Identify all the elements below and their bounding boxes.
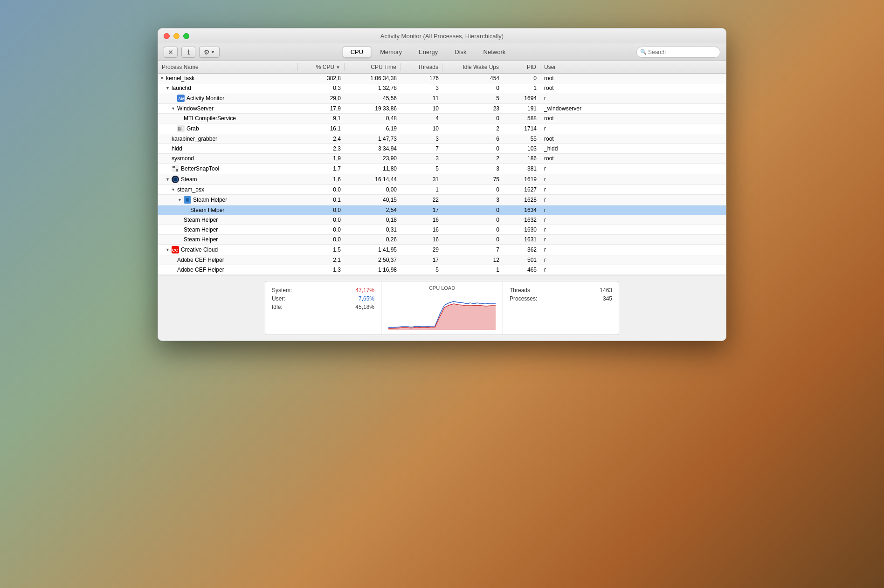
cpu-cell: 0,0 [298, 215, 345, 225]
process-name-cell: ▼Steam [158, 174, 298, 185]
cpu-cell: 0,0 [298, 185, 345, 194]
table-row[interactable]: ▼Steam Helper0,140,152231628r [158, 195, 726, 205]
cpu-cell: 0,0 [298, 205, 345, 215]
col-pid[interactable]: PID [503, 63, 540, 71]
close-button[interactable] [164, 33, 170, 39]
cpu-cell: 29,0 [298, 93, 345, 103]
table-row[interactable]: Adobe CEF Helper1,31:16,9851465r [158, 265, 726, 275]
pid-cell: 1619 [503, 174, 540, 185]
user-cell: _hidd [540, 144, 726, 153]
threads-cell: 17 [401, 255, 442, 265]
process-name-text: Adobe CEF Helper [177, 267, 224, 273]
expand-icon[interactable]: ▼ [166, 247, 170, 252]
tab-bar: CPU Memory Energy Disk Network [223, 46, 633, 58]
svg-text:AM: AM [178, 96, 185, 101]
idlewakeups-cell: 0 [442, 83, 503, 93]
main-content: Process Name % CPU ▼ CPU Time Threads Id… [158, 61, 726, 275]
settings-button[interactable]: ⚙ ▼ [199, 47, 220, 58]
table-row[interactable]: Adobe CEF Helper2,12:50,371712501r [158, 255, 726, 265]
svg-text:🖼: 🖼 [178, 127, 181, 131]
activity-monitor-window: Activity Monitor (All Processes, Hierarc… [158, 28, 726, 341]
chevron-down-icon: ▼ [211, 50, 215, 55]
table-row[interactable]: ▼WindowServer17,919:33,861023191_windows… [158, 104, 726, 114]
pid-cell: 0 [503, 74, 540, 83]
sort-arrow: ▼ [336, 65, 340, 70]
idlewakeups-cell: 454 [442, 74, 503, 83]
user-cell: r [540, 255, 726, 265]
process-name-text: MTLCompilerService [184, 115, 236, 122]
table-row[interactable]: karabiner_grabber2,41:47,733655root [158, 134, 726, 144]
process-name-text: Activity Monitor [186, 95, 224, 102]
idlewakeups-cell: 75 [442, 174, 503, 185]
table-row[interactable]: ▼steam_osx0,00,00101627r [158, 185, 726, 195]
col-process-name[interactable]: Process Name [158, 63, 298, 71]
inspect-button[interactable]: ℹ [181, 47, 195, 58]
table-row[interactable]: Steam Helper0,00,261601631r [158, 235, 726, 245]
tab-energy[interactable]: Energy [411, 46, 446, 58]
tab-disk[interactable]: Disk [447, 46, 474, 58]
pid-cell: 1628 [503, 195, 540, 205]
table-row[interactable]: sysmond1,923,9032186root [158, 154, 726, 164]
process-name-cell: hidd [158, 144, 298, 153]
expand-icon[interactable]: ▼ [171, 106, 175, 111]
cputime-cell: 1:06:34,38 [345, 74, 401, 83]
table-row[interactable]: AMActivity Monitor29,045,561151694r [158, 93, 726, 104]
threads-cell: 1 [401, 185, 442, 194]
expand-icon[interactable]: ▼ [178, 198, 182, 202]
process-name-text: Steam Helper [184, 236, 218, 243]
table-row[interactable]: Steam Helper0,00,311601630r [158, 225, 726, 235]
threads-cell: 4 [401, 114, 442, 123]
process-name-cell: Steam Helper [158, 235, 298, 244]
user-label: User: [272, 295, 285, 302]
system-label: System: [272, 287, 292, 294]
col-cpu-percent[interactable]: % CPU ▼ [298, 63, 345, 71]
steam-icon [172, 176, 179, 183]
cpu-cell: 2,1 [298, 255, 345, 265]
expand-icon[interactable]: ▼ [160, 76, 164, 81]
expand-icon[interactable]: ▼ [166, 86, 170, 90]
expand-icon[interactable]: ▼ [171, 187, 175, 192]
expand-icon[interactable]: ▼ [166, 177, 170, 182]
cputime-cell: 2,54 [345, 205, 401, 215]
table-row[interactable]: ▼Steam1,616:14,4431751619r [158, 174, 726, 185]
table-row[interactable]: Steam Helper0,02,541701634r [158, 205, 726, 215]
search-input[interactable] [636, 47, 720, 58]
pid-cell: 1627 [503, 185, 540, 194]
process-name-cell: ▼kernel_task [158, 74, 298, 83]
pid-cell: 1634 [503, 205, 540, 215]
col-idle-wake-ups[interactable]: Idle Wake Ups [442, 63, 503, 71]
svg-rect-5 [173, 166, 175, 168]
table-row[interactable]: MTLCompilerService9,10,4840588root [158, 114, 726, 123]
col-user[interactable]: User [540, 63, 726, 71]
process-name-text: Adobe CEF Helper [177, 257, 224, 263]
table-row[interactable]: 🖼Grab16,16,191021714r [158, 123, 726, 134]
svg-point-8 [173, 177, 178, 182]
table-row[interactable]: BetterSnapTool1,711,8053381r [158, 164, 726, 174]
pid-cell: 1630 [503, 225, 540, 234]
threads-cell: 5 [401, 265, 442, 274]
close-process-button[interactable]: ✕ [164, 47, 178, 58]
col-cpu-time[interactable]: CPU Time [345, 63, 401, 71]
creative-cloud-icon: CC [172, 246, 179, 253]
user-stat-row: User: 7,65% [272, 294, 374, 303]
table-row[interactable]: ▼kernel_task382,81:06:34,381764540root [158, 74, 726, 83]
threads-cell: 22 [401, 195, 442, 205]
tab-network[interactable]: Network [476, 46, 514, 58]
idlewakeups-cell: 0 [442, 114, 503, 123]
pid-cell: 1 [503, 83, 540, 93]
table-row[interactable]: ▼CCCreative Cloud1,51:41,95297362r [158, 245, 726, 255]
maximize-button[interactable] [183, 33, 189, 39]
threads-cell: 16 [401, 225, 442, 234]
process-name-cell: Adobe CEF Helper [158, 265, 298, 274]
user-cell: r [540, 215, 726, 225]
col-threads[interactable]: Threads [401, 63, 442, 71]
threads-cell: 3 [401, 154, 442, 163]
table-row[interactable]: hidd2,33:34,9470103_hidd [158, 144, 726, 154]
tab-memory[interactable]: Memory [372, 46, 410, 58]
table-row[interactable]: Steam Helper0,00,181601632r [158, 215, 726, 225]
table-row[interactable]: ▼launchd0,31:32,78301root [158, 83, 726, 93]
user-cell: r [540, 245, 726, 255]
tab-cpu[interactable]: CPU [343, 46, 371, 58]
minimize-button[interactable] [173, 33, 180, 39]
process-name-text: Steam Helper [190, 207, 224, 213]
